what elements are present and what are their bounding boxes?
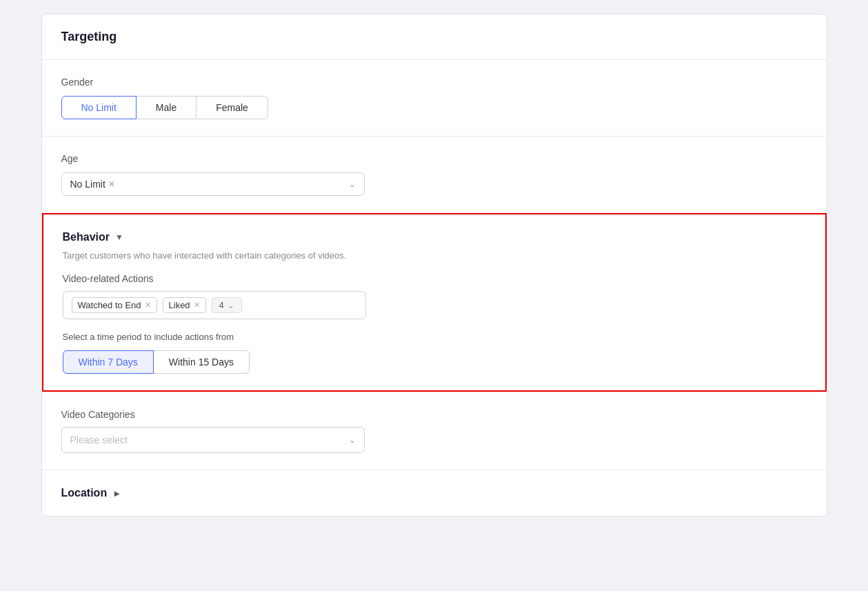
watched-to-end-close[interactable]: ✕ [145, 301, 151, 310]
age-select-content: No Limit ✕ [70, 179, 115, 190]
page-title: Targeting [42, 14, 827, 60]
gender-male-button[interactable]: Male [137, 96, 196, 119]
liked-close[interactable]: ✕ [194, 301, 200, 310]
age-chevron-icon: ⌄ [349, 179, 356, 189]
location-title: Location [61, 487, 108, 499]
time-button-group: Within 7 Days Within 15 Days [63, 350, 806, 374]
age-tag-close[interactable]: ✕ [108, 179, 115, 189]
tags-container: Watched to End ✕ Liked ✕ 4 ⌄ [72, 297, 357, 313]
age-select[interactable]: No Limit ✕ ⌄ [61, 172, 365, 196]
video-categories-chevron-icon: ⌄ [349, 435, 356, 445]
location-expand-icon[interactable]: ► [112, 488, 121, 499]
location-header: Location ► [61, 487, 807, 499]
gender-section: Gender No Limit Male Female [42, 60, 827, 137]
gender-label: Gender [61, 77, 807, 88]
video-categories-section: Video Categories Please select ⌄ [42, 392, 827, 470]
gender-button-group: No Limit Male Female [61, 96, 807, 119]
video-categories-label: Video Categories [61, 409, 807, 420]
count-chevron-icon: ⌄ [228, 301, 234, 310]
age-section: Age No Limit ✕ ⌄ [42, 137, 827, 213]
count-badge: 4 ⌄ [212, 297, 242, 313]
targeting-panel: Targeting Gender No Limit Male Female Ag… [41, 14, 827, 517]
behavior-dropdown-icon[interactable]: ▼ [115, 232, 123, 242]
time-period-label: Select a time period to include actions … [63, 332, 806, 342]
behavior-header: Behavior ▼ [63, 231, 806, 243]
please-select-placeholder: Please select [70, 434, 128, 445]
gender-female-button[interactable]: Female [196, 96, 268, 119]
video-categories-select[interactable]: Please select ⌄ [61, 427, 365, 453]
within-15-days-button[interactable]: Within 15 Days [154, 350, 250, 374]
behavior-section: Behavior ▼ Target customers who have int… [42, 213, 827, 392]
video-actions-select[interactable]: Watched to End ✕ Liked ✕ 4 ⌄ [63, 291, 366, 319]
gender-no-limit-button[interactable]: No Limit [61, 96, 137, 119]
location-section: Location ► [42, 470, 827, 516]
within-7-days-button[interactable]: Within 7 Days [63, 350, 154, 374]
watched-to-end-tag: Watched to End ✕ [72, 297, 157, 313]
behavior-title: Behavior [63, 231, 110, 243]
behavior-description: Target customers who have interacted wit… [63, 250, 806, 261]
age-label: Age [61, 153, 807, 164]
video-actions-label: Video-related Actions [63, 273, 806, 284]
liked-tag: Liked ✕ [163, 297, 206, 313]
age-tag: No Limit ✕ [70, 179, 115, 190]
